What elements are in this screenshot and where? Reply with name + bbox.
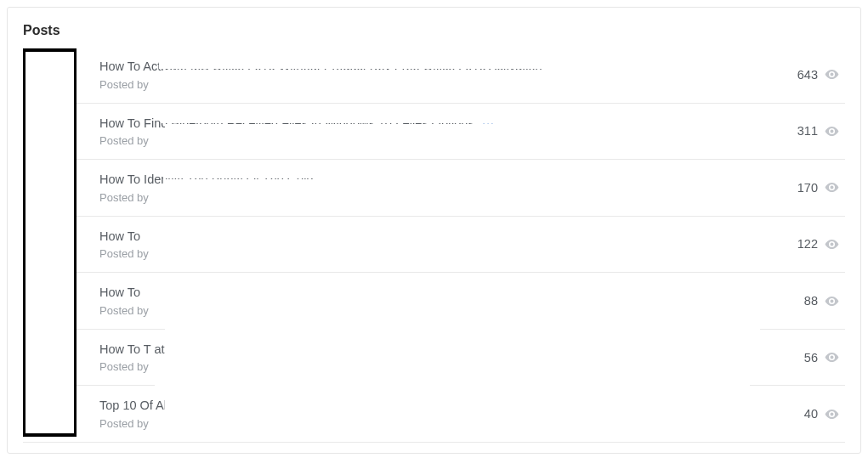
views: 122 [794, 236, 845, 252]
text-obscure [165, 179, 760, 191]
text-obscure [163, 289, 758, 301]
views: 56 [794, 349, 845, 365]
text-obscure [165, 328, 760, 343]
text-obscure [159, 54, 754, 69]
views: 311 [794, 123, 845, 139]
eye-icon [824, 293, 840, 309]
eye-icon [824, 349, 840, 365]
text-obscure [165, 124, 760, 136]
text-obscure [163, 70, 758, 82]
text-obscure [159, 218, 754, 234]
view-count: 88 [804, 294, 818, 308]
views: 170 [794, 179, 845, 195]
text-obscure [163, 163, 758, 178]
post-title-link[interactable]: How To [99, 285, 140, 302]
post-author: Posted by [99, 360, 780, 373]
view-count: 122 [797, 237, 818, 251]
post-title-link[interactable]: How To [99, 229, 140, 246]
text-obscure [162, 273, 757, 288]
eye-icon [824, 236, 840, 252]
post-author: Posted by [99, 247, 780, 260]
posts-list: How To Activate MS Office 2016 Without P… [23, 47, 845, 443]
post-author: Posted by [99, 304, 780, 317]
views: 643 [794, 66, 845, 82]
card-title: Posts [23, 23, 845, 38]
text-obscure [165, 344, 760, 356]
eye-icon [824, 179, 840, 195]
views: 40 [794, 406, 845, 422]
eye-icon [824, 66, 840, 82]
text-obscure [165, 398, 760, 410]
views: 88 [794, 293, 845, 309]
text-obscure [165, 234, 760, 246]
eye-icon [824, 123, 840, 139]
post-author: Posted by [99, 134, 780, 147]
view-count: 311 [797, 124, 818, 138]
view-count: 40 [804, 407, 818, 421]
post-author: Posted by [99, 191, 780, 204]
text-obscure [155, 382, 750, 398]
eye-icon [824, 406, 840, 422]
view-count: 170 [797, 181, 818, 195]
text-obscure [162, 108, 612, 123]
post-author: Posted by [99, 417, 780, 430]
posts-card: Posts How To Activate MS Office 2016 Wit… [7, 7, 861, 454]
view-count: 56 [804, 351, 818, 364]
view-count: 643 [797, 68, 818, 82]
thumbnail-column-box [23, 48, 77, 437]
